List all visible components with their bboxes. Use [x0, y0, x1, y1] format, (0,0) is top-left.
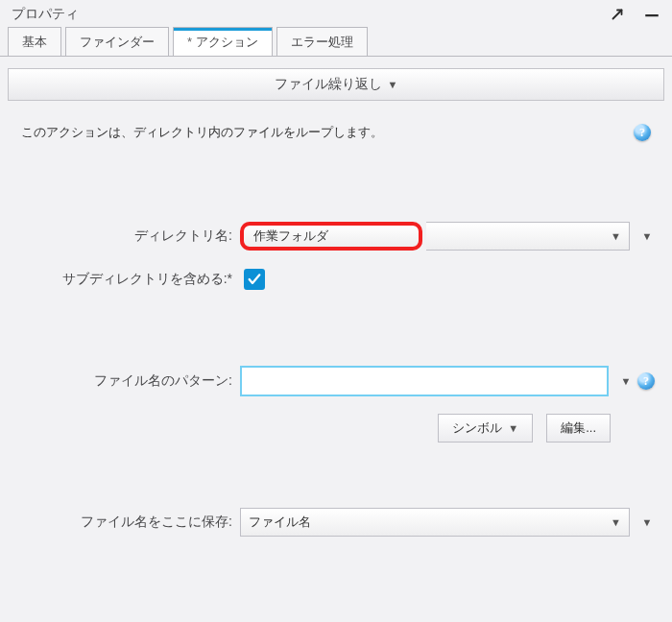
chevron-down-icon: ▼	[611, 516, 621, 528]
chevron-down-icon: ▼	[508, 422, 518, 434]
row-save-to: ファイル名をここに保存: ファイル名 ▼ ▼	[13, 500, 659, 544]
step-header[interactable]: ファイル繰り返し ▼	[8, 68, 664, 101]
titlebar-controls	[609, 6, 660, 23]
button-label: シンボル	[452, 419, 502, 437]
pattern-buttons: シンボル ▼ 編集...	[13, 404, 659, 443]
row-include-subdirs: サブディレクトリを含める:*	[13, 258, 659, 300]
label-directory: ディレクトリ名:	[17, 227, 240, 245]
tab-label: アクション	[196, 35, 258, 49]
chevron-down-icon: ▼	[388, 79, 398, 90]
save-to-value: ファイル名	[249, 514, 311, 531]
description-row: このアクションは、ディレクトリ内のファイルをループします。 ?	[13, 118, 659, 149]
description-text: このアクションは、ディレクトリ内のファイルをループします。	[21, 124, 383, 141]
tab-finder[interactable]: ファインダー	[65, 27, 169, 56]
titlebar: プロパティ	[0, 0, 672, 27]
tab-label: エラー処理	[291, 35, 353, 49]
tab-basic[interactable]: 基本	[8, 27, 61, 56]
symbol-button[interactable]: シンボル ▼	[438, 414, 533, 443]
directory-value: 作業フォルダ	[253, 227, 328, 245]
directory-dropdown[interactable]: 作業フォルダ	[240, 222, 422, 251]
help-icon[interactable]: ?	[634, 124, 651, 141]
chevron-down-icon: ▼	[611, 230, 621, 242]
edit-button[interactable]: 編集...	[546, 414, 611, 443]
field-menu-caret[interactable]: ▼	[618, 375, 634, 387]
field-menu-caret[interactable]: ▼	[639, 230, 655, 242]
minimize-icon[interactable]	[643, 6, 660, 23]
tabs: 基本 ファインダー *アクション エラー処理	[0, 27, 672, 57]
tab-action[interactable]: *アクション	[173, 27, 273, 56]
tab-error[interactable]: エラー処理	[276, 27, 368, 56]
directory-dropdown-ext[interactable]: ▼	[426, 222, 630, 251]
label-include-subdirs: サブディレクトリを含める:*	[17, 271, 240, 288]
help-icon[interactable]: ?	[637, 372, 655, 390]
tab-label: ファインダー	[80, 35, 155, 49]
button-label: 編集...	[561, 419, 596, 437]
label-pattern: ファイル名のパターン:	[17, 372, 240, 390]
dirty-marker: *	[228, 271, 232, 286]
row-pattern: ファイル名のパターン: ▼ ?	[13, 358, 659, 404]
include-subdirs-checkbox[interactable]	[244, 269, 265, 290]
tab-label: 基本	[22, 35, 47, 49]
save-to-dropdown[interactable]: ファイル名 ▼	[240, 508, 630, 537]
step-title: ファイル繰り返し	[275, 76, 382, 93]
label-save-to: ファイル名をここに保存:	[17, 514, 240, 531]
popout-icon[interactable]	[609, 6, 626, 23]
pattern-input[interactable]	[240, 366, 609, 396]
dirty-marker: *	[187, 35, 192, 49]
svg-rect-0	[645, 14, 659, 16]
row-directory: ディレクトリ名: 作業フォルダ ▼ ▼	[13, 214, 659, 258]
field-menu-caret[interactable]: ▼	[639, 516, 655, 528]
window-title: プロパティ	[12, 6, 79, 23]
